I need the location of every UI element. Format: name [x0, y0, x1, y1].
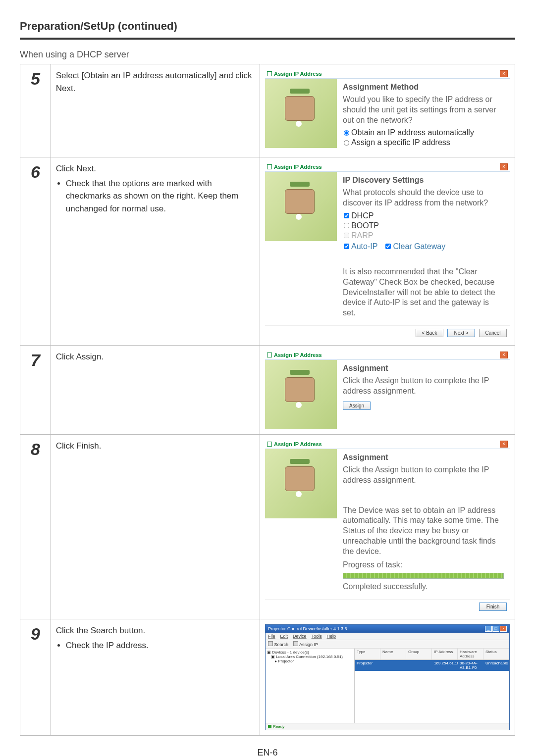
assign-ip-button[interactable]: Assign IP: [293, 641, 318, 647]
menu-bar: File Edit Device Tools Help: [266, 633, 509, 640]
close-icon[interactable]: ×: [500, 352, 508, 358]
close-icon[interactable]: ×: [500, 70, 508, 77]
finish-button[interactable]: Finish: [479, 603, 507, 611]
completed-text: Completed successfully.: [343, 582, 504, 592]
steps-table: 5 Select [Obtain an IP address automatic…: [20, 64, 515, 736]
dialog-title: Assign IP Address: [267, 352, 322, 358]
checkbox-autoip[interactable]: Auto-IP: [344, 242, 377, 251]
col-type[interactable]: Type: [355, 649, 380, 659]
menu-device[interactable]: Device: [293, 634, 307, 639]
app-icon: [267, 71, 272, 76]
network-icon: [293, 641, 298, 646]
section-subtitle: When using a DHCP server: [20, 50, 515, 60]
col-hw[interactable]: Hardware Address: [458, 649, 483, 659]
checkbox-bootp[interactable]: BOOTP: [344, 221, 504, 230]
checkbox-clear-gateway[interactable]: Clear Gateway: [385, 242, 445, 251]
close-icon[interactable]: ×: [500, 626, 507, 632]
device-list: Type Name Group IP Address Hardware Addr…: [355, 649, 509, 723]
next-button[interactable]: Next >: [447, 329, 475, 337]
step-description: Click Finish.: [51, 434, 260, 619]
step-description: Select [Obtain an IP address automatical…: [51, 64, 260, 157]
app-icon: [267, 442, 272, 447]
col-name[interactable]: Name: [380, 649, 406, 659]
search-icon: [268, 641, 273, 646]
app-title: Projector-Control DeviceInstaller 4.1.3.…: [268, 626, 347, 631]
step-row: 9 Click the Search button. Check the IP …: [20, 619, 515, 736]
dialog-title: Assign IP Address: [267, 441, 322, 447]
step-number: 6: [25, 162, 46, 182]
menu-tools[interactable]: Tools: [312, 634, 322, 639]
back-button[interactable]: < Back: [416, 329, 443, 337]
maximize-icon[interactable]: □: [492, 626, 499, 632]
device-tree[interactable]: ▣ Devices - 1 device(s) ▣ Local Area Con…: [266, 649, 355, 723]
app-icon: [267, 353, 272, 357]
checkbox-dhcp[interactable]: DHCP: [344, 211, 504, 220]
result-text: The Device was set to obtain an IP addre…: [343, 505, 504, 557]
app-icon: [267, 164, 272, 169]
note-text: It is also recommended that the "Clear G…: [343, 267, 504, 318]
table-row[interactable]: Projector 169.254.61.185 00-20-4A-A3-B1-…: [355, 660, 509, 671]
menu-file[interactable]: File: [268, 634, 275, 639]
page-footer: EN-6: [20, 748, 515, 756]
step-number: 9: [25, 624, 46, 644]
wizard-figure: [265, 360, 337, 429]
col-ip[interactable]: IP Address: [432, 649, 458, 659]
step-row: 8 Click Finish. Assign IP Address × Assi…: [20, 434, 515, 619]
dialog-title: Assign IP Address: [267, 164, 322, 170]
col-group[interactable]: Group: [406, 649, 432, 659]
minimize-icon[interactable]: _: [485, 626, 492, 632]
page-title: Preparation/SetUp (continued): [20, 20, 515, 33]
wizard-figure: [265, 172, 337, 241]
progress-label: Progress of task:: [343, 560, 504, 570]
wizard-figure: [265, 79, 337, 148]
cancel-button[interactable]: Cancel: [479, 329, 507, 337]
step-description: Click Next. Check that the options are m…: [51, 157, 260, 346]
step-row: 6 Click Next. Check that the options are…: [20, 157, 515, 346]
step-number: 5: [25, 69, 46, 89]
app-window: Projector-Control DeviceInstaller 4.1.3.…: [265, 624, 510, 730]
menu-edit[interactable]: Edit: [280, 634, 288, 639]
heading: Assignment: [343, 364, 504, 373]
radio-assign-specific[interactable]: Assign a specific IP address: [344, 138, 504, 147]
radio-obtain-auto[interactable]: Obtain an IP address automatically: [344, 128, 504, 137]
checkbox-rarp: RARP: [344, 231, 504, 240]
heading-text: Click the Assign button to complete the …: [343, 465, 504, 486]
close-icon[interactable]: ×: [500, 441, 508, 448]
step-description: Click Assign.: [51, 345, 260, 434]
heading-text: Click the Assign button to complete the …: [343, 376, 504, 397]
step-row: 5 Select [Obtain an IP address automatic…: [20, 64, 515, 157]
status-bar: Ready: [266, 723, 509, 730]
heading-text: What protocols should the device use to …: [343, 188, 504, 208]
rule: [20, 38, 515, 40]
heading: Assignment Method: [343, 83, 504, 92]
col-status[interactable]: Status: [483, 649, 509, 659]
search-button[interactable]: Search: [268, 641, 288, 647]
step-description: Click the Search button. Check the IP ad…: [51, 619, 260, 736]
assign-button[interactable]: Assign: [343, 402, 371, 410]
step-number: 8: [25, 440, 46, 459]
heading: IP Discovery Settings: [343, 176, 504, 185]
step-number: 7: [25, 351, 46, 370]
wizard-figure: [265, 449, 337, 518]
heading: Assignment: [343, 453, 504, 462]
step-row: 7 Click Assign. Assign IP Address × Assi…: [20, 345, 515, 434]
close-icon[interactable]: ×: [500, 163, 508, 170]
heading-text: Would you like to specify the IP address…: [343, 95, 504, 125]
progress-bar: [343, 573, 504, 579]
dialog-title: Assign IP Address: [267, 71, 322, 77]
menu-help[interactable]: Help: [327, 634, 336, 639]
status-icon: [268, 725, 271, 728]
